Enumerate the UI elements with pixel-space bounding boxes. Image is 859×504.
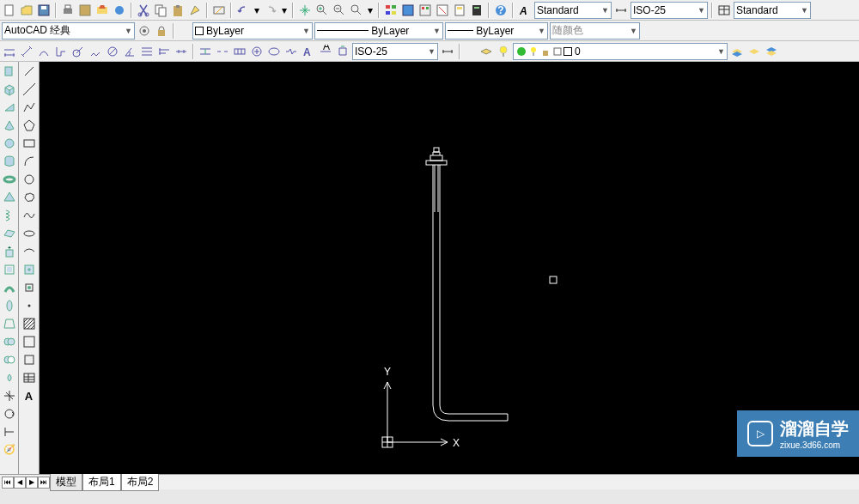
circle-icon[interactable] [21,172,37,187]
markup-icon[interactable] [435,3,450,18]
quickcalc-icon[interactable] [452,3,467,18]
dim-update-icon[interactable] [335,44,350,59]
helix-icon[interactable] [2,208,17,223]
dimstyle-icon[interactable] [440,44,455,59]
continue-dim-icon[interactable] [174,44,189,59]
tab-prev-icon[interactable]: ◀ [14,477,26,489]
new-file-icon[interactable] [2,3,17,18]
plotstyle-dropdown[interactable]: 随颜色▼ [550,22,640,39]
diameter-dim-icon[interactable] [105,44,120,59]
redo-icon[interactable] [263,3,278,18]
paste-icon[interactable] [170,3,186,18]
insert-block-icon[interactable] [21,262,37,277]
line-icon[interactable] [21,64,37,79]
layer-dropdown[interactable]: 0 ▼ [513,43,728,60]
subtract-icon[interactable] [2,352,17,367]
calculator-icon[interactable] [469,3,484,18]
union-icon[interactable] [2,334,17,349]
ellipse-arc-icon[interactable] [21,244,37,259]
workspace-settings-icon[interactable] [137,23,152,39]
angular-dim-icon[interactable] [122,44,137,59]
3d-align-icon[interactable] [2,424,17,440]
dim-style-dropdown[interactable]: ISO-25▼ [631,2,708,19]
cut-icon[interactable] [136,3,151,18]
arc-dim-icon[interactable] [36,44,52,59]
intersect-icon[interactable] [2,370,17,386]
tab-last-icon[interactable]: ⏭ [38,477,50,489]
block-editor-icon[interactable] [211,3,227,18]
sweep-icon[interactable] [2,280,17,295]
cylinder-icon[interactable] [2,154,17,169]
tab-layout1[interactable]: 布局1 [82,473,121,491]
workspace-dropdown[interactable]: AutoCAD 经典▼ [2,22,135,39]
layer-match-icon[interactable] [729,44,745,59]
dim-space-icon[interactable] [198,44,213,59]
drawing-canvas[interactable]: X Y 👀 ▷ 溜溜自学 zixue.3d66.com [40,62,859,474]
undo-dropdown[interactable]: ▾ [253,3,261,18]
open-icon[interactable] [19,3,34,18]
jogged-dim-icon[interactable] [88,44,103,59]
spline-icon[interactable] [21,208,37,223]
jogged-linear-icon[interactable] [283,44,299,59]
3d-rotate-icon[interactable] [2,406,17,422]
plot-preview-icon[interactable] [77,3,93,18]
aligned-dim-icon[interactable] [19,44,34,59]
revolve-icon[interactable] [2,298,17,313]
radius-dim-icon[interactable] [70,44,86,59]
box-icon[interactable] [2,82,17,97]
mtext-icon[interactable]: A [21,388,37,404]
undo-icon[interactable] [235,3,251,18]
copy-icon[interactable] [153,3,168,18]
tab-layout2[interactable]: 布局2 [121,473,160,491]
print-icon[interactable] [60,3,76,18]
tolerance-icon[interactable] [232,44,247,59]
lineweight-dropdown[interactable]: ByLayer▼ [445,22,548,39]
zoom-realtime-icon[interactable] [314,3,330,18]
tab-next-icon[interactable]: ▶ [26,477,38,489]
point-icon[interactable] [21,298,37,313]
layer-properties-icon[interactable] [478,44,494,59]
dim-style-icon[interactable] [613,3,629,18]
arc-icon[interactable] [21,154,37,169]
polyline-icon[interactable] [21,100,37,115]
loft-icon[interactable] [2,316,17,331]
text-style-icon[interactable]: A [517,3,533,18]
properties-icon[interactable] [383,3,399,18]
dim-edit-icon[interactable]: A [301,44,316,59]
planar-icon[interactable] [2,226,17,241]
presspull-icon[interactable] [2,262,17,277]
pyramid-icon[interactable] [2,190,17,205]
gradient-icon[interactable] [21,334,37,349]
match-icon[interactable] [187,3,203,18]
table-style-dropdown[interactable]: Standard▼ [734,2,811,19]
3dprint-icon[interactable] [112,3,127,18]
revcloud-icon[interactable] [21,190,37,205]
3d-move-icon[interactable] [2,388,17,404]
ellipse-icon[interactable] [21,226,37,241]
tab-first-icon[interactable]: ⏮ [2,477,14,489]
layer-filter-icon[interactable] [496,44,511,59]
quick-dim-icon[interactable] [139,44,155,59]
table-icon[interactable] [21,370,37,386]
center-mark-icon[interactable] [249,44,265,59]
dim-text-edit-icon[interactable]: A [318,44,333,59]
text-style-dropdown[interactable]: Standard▼ [534,2,612,19]
hatch-icon[interactable] [21,316,37,331]
polysolid-icon[interactable] [2,64,17,79]
zoom-window-icon[interactable] [332,3,347,18]
layer-previous-icon[interactable] [746,44,762,59]
region-icon[interactable] [21,352,37,367]
cone-icon[interactable] [2,118,17,133]
workspace-lock-icon[interactable] [154,23,169,39]
zoom-previous-icon[interactable] [349,3,364,18]
make-block-icon[interactable] [21,280,37,295]
dim-break-icon[interactable] [215,44,230,59]
linear-dim-icon[interactable] [2,44,17,59]
torus-icon[interactable] [2,172,17,187]
publish-icon[interactable] [94,3,110,18]
save-icon[interactable] [36,3,52,18]
wedge-icon[interactable] [2,100,17,115]
baseline-dim-icon[interactable] [156,44,172,59]
tab-model[interactable]: 模型 [50,473,82,491]
sphere-icon[interactable] [2,136,17,151]
